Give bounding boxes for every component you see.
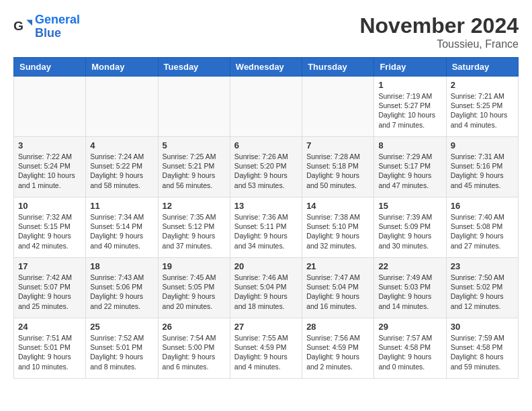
calendar-cell: 5Sunrise: 7:25 AMSunset: 5:21 PMDaylight… <box>158 137 230 197</box>
calendar-cell: 17Sunrise: 7:42 AMSunset: 5:07 PMDayligh… <box>14 258 86 318</box>
day-number: 25 <box>90 322 153 332</box>
calendar-cell <box>230 77 302 137</box>
day-number: 7 <box>306 140 369 150</box>
calendar-cell: 7Sunrise: 7:28 AMSunset: 5:18 PMDaylight… <box>302 137 374 197</box>
week-row-1: 1Sunrise: 7:19 AMSunset: 5:27 PMDaylight… <box>14 77 519 137</box>
calendar-cell: 26Sunrise: 7:54 AMSunset: 5:00 PMDayligh… <box>158 318 230 379</box>
logo-icon: G <box>13 17 32 36</box>
month-title: November 2024 <box>359 13 519 38</box>
week-row-4: 17Sunrise: 7:42 AMSunset: 5:07 PMDayligh… <box>14 258 519 318</box>
calendar-cell: 19Sunrise: 7:45 AMSunset: 5:05 PMDayligh… <box>158 258 230 318</box>
day-info: Sunrise: 7:24 AMSunset: 5:22 PMDaylight:… <box>90 152 153 190</box>
calendar-cell <box>14 77 86 137</box>
calendar-cell: 13Sunrise: 7:36 AMSunset: 5:11 PMDayligh… <box>230 197 302 258</box>
day-info: Sunrise: 7:21 AMSunset: 5:25 PMDaylight:… <box>451 91 514 130</box>
day-number: 23 <box>451 261 514 271</box>
week-row-2: 3Sunrise: 7:22 AMSunset: 5:24 PMDaylight… <box>14 137 519 197</box>
day-info: Sunrise: 7:26 AMSunset: 5:20 PMDaylight:… <box>234 152 298 190</box>
day-number: 14 <box>306 201 369 211</box>
svg-text:G: G <box>13 19 24 33</box>
day-info: Sunrise: 7:56 AMSunset: 4:59 PMDaylight:… <box>306 333 369 371</box>
logo: G General Blue <box>13 13 80 40</box>
page-header: G General Blue November 2024 Toussieu, F… <box>13 13 519 50</box>
day-number: 17 <box>18 261 81 271</box>
weekday-header-monday: Monday <box>86 58 158 77</box>
weekday-header-thursday: Thursday <box>302 58 374 77</box>
week-row-3: 10Sunrise: 7:32 AMSunset: 5:15 PMDayligh… <box>14 197 519 258</box>
day-info: Sunrise: 7:19 AMSunset: 5:27 PMDaylight:… <box>378 91 441 130</box>
calendar-cell: 25Sunrise: 7:52 AMSunset: 5:01 PMDayligh… <box>86 318 158 379</box>
day-info: Sunrise: 7:40 AMSunset: 5:08 PMDaylight:… <box>451 212 514 250</box>
calendar-cell: 22Sunrise: 7:49 AMSunset: 5:03 PMDayligh… <box>374 258 446 318</box>
day-number: 15 <box>378 201 441 211</box>
day-info: Sunrise: 7:29 AMSunset: 5:17 PMDaylight:… <box>378 152 441 190</box>
weekday-header-saturday: Saturday <box>446 58 518 77</box>
day-number: 29 <box>378 322 441 332</box>
calendar-cell: 2Sunrise: 7:21 AMSunset: 5:25 PMDaylight… <box>446 77 518 137</box>
calendar-cell <box>302 77 374 137</box>
day-info: Sunrise: 7:38 AMSunset: 5:10 PMDaylight:… <box>306 212 369 250</box>
day-number: 30 <box>451 322 514 332</box>
calendar-cell: 3Sunrise: 7:22 AMSunset: 5:24 PMDaylight… <box>14 137 86 197</box>
day-info: Sunrise: 7:49 AMSunset: 5:03 PMDaylight:… <box>378 273 441 311</box>
day-number: 18 <box>90 261 153 271</box>
day-info: Sunrise: 7:34 AMSunset: 5:14 PMDaylight:… <box>90 212 153 250</box>
calendar-cell: 21Sunrise: 7:47 AMSunset: 5:04 PMDayligh… <box>302 258 374 318</box>
logo-line2: Blue <box>35 26 61 40</box>
day-number: 12 <box>163 201 226 211</box>
day-number: 11 <box>90 201 153 211</box>
calendar-cell: 30Sunrise: 7:59 AMSunset: 4:58 PMDayligh… <box>446 318 518 379</box>
calendar-cell <box>158 77 230 137</box>
day-number: 27 <box>234 322 298 332</box>
calendar-cell: 8Sunrise: 7:29 AMSunset: 5:17 PMDaylight… <box>374 137 446 197</box>
calendar-cell: 11Sunrise: 7:34 AMSunset: 5:14 PMDayligh… <box>86 197 158 258</box>
weekday-header-tuesday: Tuesday <box>158 58 230 77</box>
calendar-header-row: SundayMondayTuesdayWednesdayThursdayFrid… <box>14 58 519 77</box>
day-number: 6 <box>234 140 298 150</box>
day-info: Sunrise: 7:47 AMSunset: 5:04 PMDaylight:… <box>306 273 369 311</box>
day-info: Sunrise: 7:32 AMSunset: 5:15 PMDaylight:… <box>18 212 81 250</box>
calendar-cell: 9Sunrise: 7:31 AMSunset: 5:16 PMDaylight… <box>446 137 518 197</box>
day-number: 13 <box>234 201 298 211</box>
calendar-cell: 16Sunrise: 7:40 AMSunset: 5:08 PMDayligh… <box>446 197 518 258</box>
calendar-cell: 27Sunrise: 7:55 AMSunset: 4:59 PMDayligh… <box>230 318 302 379</box>
calendar-cell: 15Sunrise: 7:39 AMSunset: 5:09 PMDayligh… <box>374 197 446 258</box>
calendar-cell: 14Sunrise: 7:38 AMSunset: 5:10 PMDayligh… <box>302 197 374 258</box>
title-block: November 2024 Toussieu, France <box>359 13 519 50</box>
day-number: 1 <box>378 80 441 90</box>
calendar-cell: 23Sunrise: 7:50 AMSunset: 5:02 PMDayligh… <box>446 258 518 318</box>
weekday-header-sunday: Sunday <box>14 58 86 77</box>
logo-line1: General <box>35 13 80 26</box>
day-info: Sunrise: 7:52 AMSunset: 5:01 PMDaylight:… <box>90 333 153 371</box>
day-info: Sunrise: 7:43 AMSunset: 5:06 PMDaylight:… <box>90 273 153 311</box>
day-number: 24 <box>18 322 81 332</box>
day-info: Sunrise: 7:39 AMSunset: 5:09 PMDaylight:… <box>378 212 441 250</box>
calendar-cell: 18Sunrise: 7:43 AMSunset: 5:06 PMDayligh… <box>86 258 158 318</box>
day-number: 20 <box>234 261 298 271</box>
day-number: 10 <box>18 201 81 211</box>
calendar-cell: 12Sunrise: 7:35 AMSunset: 5:12 PMDayligh… <box>158 197 230 258</box>
calendar-cell: 4Sunrise: 7:24 AMSunset: 5:22 PMDaylight… <box>86 137 158 197</box>
calendar-cell: 20Sunrise: 7:46 AMSunset: 5:04 PMDayligh… <box>230 258 302 318</box>
week-row-5: 24Sunrise: 7:51 AMSunset: 5:01 PMDayligh… <box>14 318 519 379</box>
day-number: 9 <box>451 140 514 150</box>
day-info: Sunrise: 7:57 AMSunset: 4:58 PMDaylight:… <box>378 333 441 371</box>
day-number: 4 <box>90 140 153 150</box>
calendar-body: 1Sunrise: 7:19 AMSunset: 5:27 PMDaylight… <box>14 77 519 379</box>
day-number: 5 <box>163 140 226 150</box>
calendar-cell: 28Sunrise: 7:56 AMSunset: 4:59 PMDayligh… <box>302 318 374 379</box>
day-number: 19 <box>163 261 226 271</box>
calendar-table: SundayMondayTuesdayWednesdayThursdayFrid… <box>13 57 519 379</box>
day-info: Sunrise: 7:55 AMSunset: 4:59 PMDaylight:… <box>234 333 298 371</box>
svg-marker-1 <box>26 19 32 26</box>
day-info: Sunrise: 7:54 AMSunset: 5:00 PMDaylight:… <box>163 333 226 371</box>
calendar-cell: 24Sunrise: 7:51 AMSunset: 5:01 PMDayligh… <box>14 318 86 379</box>
weekday-header-friday: Friday <box>374 58 446 77</box>
day-info: Sunrise: 7:42 AMSunset: 5:07 PMDaylight:… <box>18 273 81 311</box>
day-info: Sunrise: 7:25 AMSunset: 5:21 PMDaylight:… <box>163 152 226 190</box>
day-info: Sunrise: 7:45 AMSunset: 5:05 PMDaylight:… <box>163 273 226 311</box>
day-info: Sunrise: 7:50 AMSunset: 5:02 PMDaylight:… <box>451 273 514 311</box>
day-number: 8 <box>378 140 441 150</box>
day-info: Sunrise: 7:59 AMSunset: 4:58 PMDaylight:… <box>451 333 514 371</box>
day-info: Sunrise: 7:46 AMSunset: 5:04 PMDaylight:… <box>234 273 298 311</box>
